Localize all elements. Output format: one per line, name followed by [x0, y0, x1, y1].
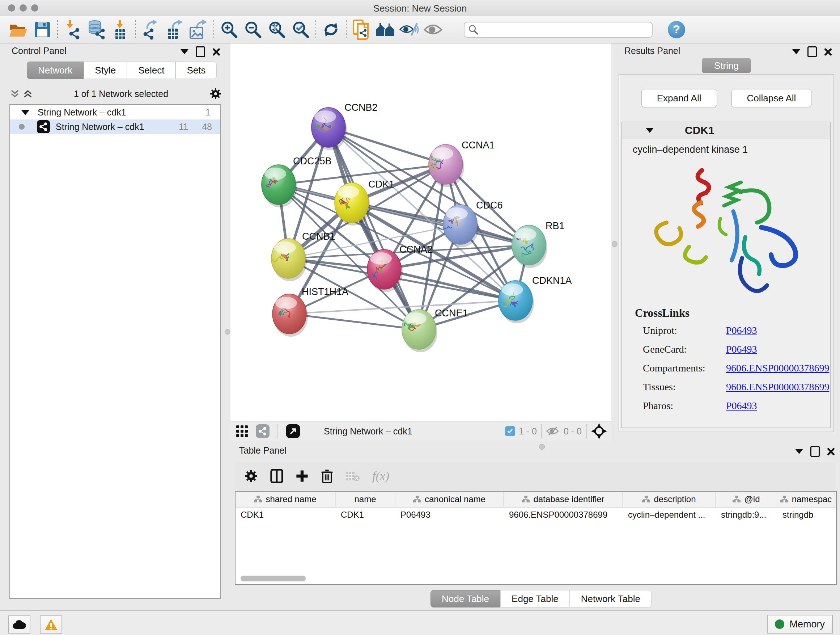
- zoom-in-button[interactable]: [217, 19, 241, 41]
- crosslink-label: Pharos:: [643, 400, 726, 412]
- node-label-CCNB2: CCNB2: [344, 102, 378, 113]
- export-network-button[interactable]: [139, 19, 163, 41]
- gear-icon[interactable]: [210, 88, 222, 100]
- panel-float-icon[interactable]: [807, 46, 817, 57]
- add-column-icon[interactable]: [295, 470, 309, 483]
- memory-label: Memory: [789, 619, 825, 630]
- left-splitter-handle[interactable]: [225, 329, 231, 334]
- search-input[interactable]: [464, 22, 653, 38]
- column-header-description[interactable]: description: [623, 492, 716, 507]
- column-header-shared-name[interactable]: shared name: [235, 492, 336, 507]
- warnings-button[interactable]: [40, 616, 62, 633]
- collapse-all-icon[interactable]: [10, 89, 19, 98]
- column-header--id[interactable]: @id: [716, 492, 777, 507]
- show-columns-icon[interactable]: [270, 469, 283, 483]
- open-in-window-icon[interactable]: [286, 424, 300, 438]
- table-cell[interactable]: cyclin–dependent ...: [623, 508, 716, 522]
- expand-all-icon[interactable]: [23, 89, 33, 98]
- network-thumbnail-icon[interactable]: [256, 424, 270, 438]
- tab-network[interactable]: Network: [27, 62, 84, 79]
- tab-network-table[interactable]: Network Table: [570, 590, 652, 608]
- node-gloss: [446, 207, 468, 220]
- node-RB1[interactable]: RB1: [512, 220, 565, 268]
- network-row[interactable]: String Network – cdk1 11 48: [10, 119, 220, 134]
- table-cell[interactable]: stringdb:9...: [716, 508, 777, 522]
- right-splitter-handle[interactable]: [612, 241, 617, 247]
- tab-node-table[interactable]: Node Table: [431, 590, 500, 608]
- cloud-icon: [13, 620, 26, 629]
- export-table-button[interactable]: [163, 19, 187, 41]
- table-cell[interactable]: CDK1: [235, 508, 336, 522]
- panel-close-icon[interactable]: [212, 48, 220, 56]
- memory-button[interactable]: Memory: [767, 615, 833, 633]
- node-label-CCNA2: CCNA2: [399, 244, 433, 255]
- collapse-all-button[interactable]: Collapse All: [731, 89, 812, 107]
- edge-CCNB2-CCNE1[interactable]: [328, 127, 419, 329]
- selected-checkbox-icon[interactable]: [505, 426, 515, 436]
- shared-column-icon: [413, 496, 421, 503]
- tab-select[interactable]: Select: [127, 62, 175, 79]
- panel-menu-icon[interactable]: [180, 49, 188, 54]
- node-count: 11: [179, 122, 188, 132]
- node-CDKN1A[interactable]: CDKN1A: [499, 275, 572, 323]
- zoom-selected-button[interactable]: [289, 19, 313, 41]
- tab-style[interactable]: Style: [84, 62, 127, 79]
- edge-HIST1H1A-CCNE1[interactable]: [289, 314, 419, 329]
- table-cell[interactable]: CDK1: [336, 508, 395, 522]
- table-cell[interactable]: P06493: [395, 508, 504, 522]
- expand-all-button[interactable]: Expand All: [641, 89, 717, 107]
- birds-eye-view-icon[interactable]: [591, 423, 607, 439]
- column-header-namespac[interactable]: namespac: [777, 492, 835, 507]
- tab-string[interactable]: String: [702, 58, 751, 73]
- panel-float-icon[interactable]: [196, 46, 205, 57]
- horizontal-scrollbar-thumb[interactable]: [240, 576, 306, 581]
- tab-sets[interactable]: Sets: [175, 62, 217, 79]
- table-cell[interactable]: 9606.ENSP00000378699: [504, 508, 623, 522]
- export-image-button[interactable]: [187, 19, 210, 41]
- tab-edge-table[interactable]: Edge Table: [500, 590, 570, 608]
- hide-unhide-button[interactable]: [397, 19, 421, 41]
- crosslink-uniprot[interactable]: P06493: [726, 325, 757, 336]
- function-builder-icon: f(x): [372, 469, 389, 483]
- home-view-button[interactable]: [373, 19, 397, 41]
- network-canvas[interactable]: CCNB2CCNA1CDC25BCDK1CDC6RB1CCNB1CCNA2CDK…: [231, 43, 611, 421]
- node-CCNE1[interactable]: CCNE1: [402, 308, 468, 352]
- panel-float-icon[interactable]: [810, 446, 820, 457]
- crosslink-genecard[interactable]: P06493: [726, 344, 757, 355]
- panel-close-icon[interactable]: [824, 48, 832, 56]
- node-label-CDKN1A: CDKN1A: [532, 275, 572, 286]
- save-session-button[interactable]: [30, 19, 54, 41]
- cloud-status-button[interactable]: [8, 616, 30, 633]
- import-table-file-button[interactable]: [109, 19, 133, 41]
- refresh-view-button[interactable]: [319, 19, 343, 41]
- grid-view-icon[interactable]: [235, 424, 248, 438]
- table-cell[interactable]: stringdb: [777, 508, 835, 522]
- bottom-splitter-handle[interactable]: [539, 444, 545, 450]
- column-header-canonical-name[interactable]: canonical name: [395, 492, 504, 507]
- zoom-fit-button[interactable]: [265, 19, 289, 41]
- crosslink-tissues[interactable]: 9606.ENSP00000378699: [726, 381, 829, 393]
- panel-menu-icon[interactable]: [792, 49, 800, 54]
- node-CDK1[interactable]: CDK1: [335, 179, 394, 226]
- crosslink-compartments[interactable]: 9606.ENSP00000378699: [726, 363, 829, 374]
- network-collection-row[interactable]: String Network – cdk1 1: [10, 105, 220, 119]
- clone-network-button[interactable]: [349, 19, 373, 41]
- import-network-file-button[interactable]: [61, 19, 85, 41]
- panel-close-icon[interactable]: [827, 448, 835, 455]
- delete-column-icon[interactable]: [321, 469, 333, 483]
- zoom-out-button[interactable]: [241, 19, 265, 41]
- open-session-button[interactable]: [6, 19, 30, 41]
- tree-expander-icon[interactable]: [21, 110, 30, 115]
- column-header-name[interactable]: name: [336, 492, 395, 507]
- help-button[interactable]: ?: [668, 21, 685, 38]
- table-settings-gear-icon[interactable]: [244, 469, 258, 483]
- panel-menu-icon[interactable]: [795, 449, 803, 454]
- show-hidden-button[interactable]: [421, 19, 445, 41]
- gene-section-header[interactable]: CDK1: [622, 122, 830, 139]
- column-header-database-identifier[interactable]: database identifier: [504, 492, 623, 507]
- crosslink-pharos[interactable]: P06493: [726, 400, 757, 412]
- section-expander-icon[interactable]: [646, 128, 654, 133]
- node-label-CDK1: CDK1: [368, 179, 394, 190]
- table-row[interactable]: CDK1CDK1P064939606.ENSP00000378699cyclin…: [235, 508, 836, 522]
- import-network-database-button[interactable]: [85, 19, 109, 41]
